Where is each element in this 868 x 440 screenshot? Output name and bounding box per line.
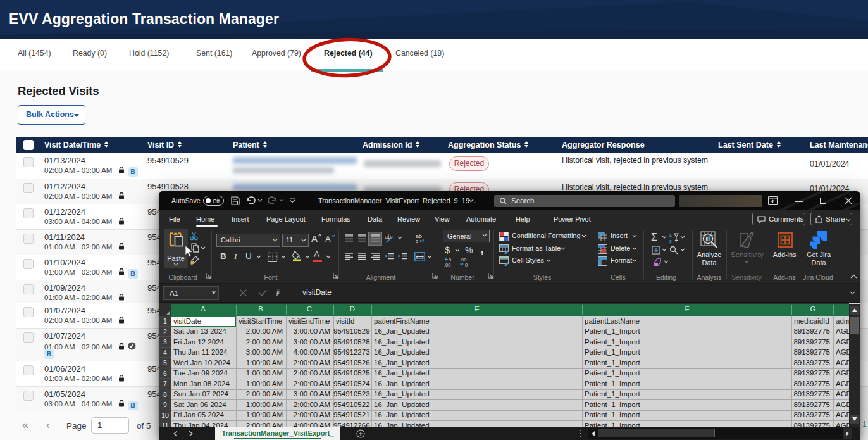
svg-text:c: c <box>416 238 419 244</box>
svg-text:Z: Z <box>669 239 672 244</box>
svg-text:0: 0 <box>465 262 468 267</box>
svg-text:.00: .00 <box>444 262 450 267</box>
